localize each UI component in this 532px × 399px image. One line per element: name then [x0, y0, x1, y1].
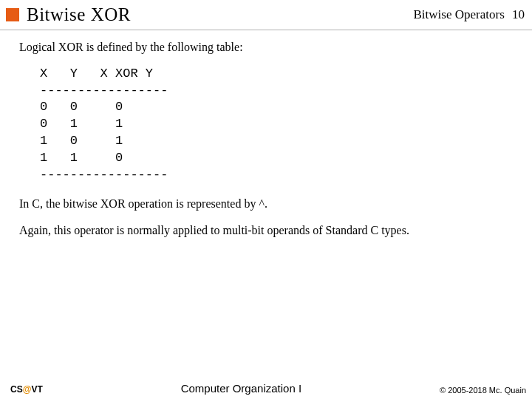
footer-left-post: VT [31, 384, 42, 395]
page-number: 10 [512, 7, 525, 21]
footer-left-pre: CS [10, 384, 23, 395]
slide: Bitwise XOR Bitwise Operators 10 Logical… [0, 0, 532, 399]
body-line-3: Again, this operator is normally applied… [19, 222, 513, 239]
intro-text: Logical XOR is defined by the following … [19, 39, 513, 55]
footer-copyright: © 2005-2018 Mc. Quain [440, 386, 526, 395]
slide-body: Logical XOR is defined by the following … [0, 30, 532, 382]
section-label: Bitwise Operators [414, 7, 505, 21]
slide-header: Bitwise XOR Bitwise Operators 10 [0, 0, 532, 28]
accent-square-icon [6, 8, 19, 21]
header-right: Bitwise Operators 10 [414, 7, 525, 22]
body-line-2: In C, the bitwise XOR operation is repre… [19, 196, 513, 212]
footer-left: CS@VT [10, 384, 43, 395]
truth-table: X Y X XOR Y ----------------- 0 0 0 0 1 … [40, 66, 513, 185]
slide-footer: CS@VT Computer Organization I © 2005-201… [0, 382, 532, 399]
footer-center: Computer Organization I [43, 382, 440, 395]
footer-at-symbol: @ [23, 384, 32, 395]
slide-title: Bitwise XOR [27, 4, 414, 25]
